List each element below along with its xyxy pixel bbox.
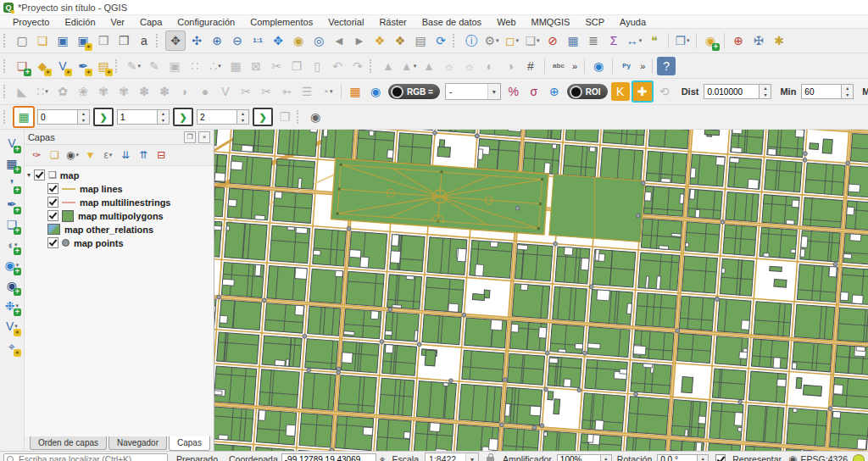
crs-value[interactable]: EPSG:4326 bbox=[801, 454, 848, 461]
menu-scp[interactable]: SCP bbox=[577, 17, 612, 27]
tab-capas[interactable]: Capas bbox=[169, 436, 210, 451]
add-group[interactable]: ❏ bbox=[47, 147, 63, 164]
menu-base-de-datos[interactable]: Base de datos bbox=[415, 17, 489, 27]
layer-checkbox[interactable] bbox=[47, 197, 58, 208]
open-layer-styling[interactable]: ✑ bbox=[29, 147, 45, 164]
menu-ayuda[interactable]: Ayuda bbox=[612, 17, 654, 27]
python-console[interactable]: Py bbox=[617, 57, 636, 75]
add-postgis-layer[interactable]: ◖+▾ bbox=[3, 236, 21, 254]
band-3-input[interactable] bbox=[197, 109, 236, 125]
scp-rgb-preview[interactable]: ◉ bbox=[366, 82, 385, 101]
layer-row[interactable]: map multilinestrings bbox=[25, 196, 214, 208]
data-source-manager[interactable]: ❏+ bbox=[13, 57, 31, 75]
collapse-all[interactable]: ⇈ bbox=[136, 147, 152, 164]
menu-vectorial[interactable]: Vectorial bbox=[320, 17, 371, 27]
scp-band-set[interactable]: ▦ bbox=[346, 82, 364, 101]
refresh-map[interactable]: ⟳ bbox=[431, 31, 450, 50]
label-toolbar-overflow[interactable]: » bbox=[572, 61, 577, 71]
min-arrows[interactable]: ▴▾ bbox=[841, 84, 854, 99]
new-project[interactable]: ▢ bbox=[13, 31, 31, 50]
menu-complementos[interactable]: Complementos bbox=[242, 17, 320, 27]
locator-input[interactable] bbox=[17, 454, 164, 461]
coordinate-input[interactable] bbox=[281, 453, 376, 461]
layer-row[interactable]: map other_relations bbox=[25, 223, 214, 236]
band-3-apply[interactable]: ❯ bbox=[253, 108, 273, 126]
layer-checkbox[interactable] bbox=[47, 237, 58, 248]
scp-band-combination[interactable]: ▦ bbox=[13, 106, 35, 128]
map-canvas[interactable] bbox=[214, 130, 868, 451]
add-wms-layer[interactable]: ◉+▾ bbox=[3, 256, 21, 275]
filter-by-expression[interactable]: ε▾ bbox=[100, 147, 116, 164]
scale-combo[interactable]: 1:8422 ▾ bbox=[425, 453, 479, 461]
statistical-summary[interactable]: Σ bbox=[604, 31, 623, 50]
zoom-out[interactable]: ⊖ bbox=[228, 31, 247, 50]
extents-icon[interactable]: ⌖ bbox=[380, 453, 386, 461]
new-spatialite-layer[interactable]: ✒✶ bbox=[74, 57, 92, 75]
scp-sigma-stretch[interactable]: σ bbox=[525, 82, 543, 101]
zoom-last[interactable]: ◄ bbox=[330, 31, 348, 50]
style-manager[interactable]: a bbox=[135, 31, 153, 50]
magnifier-arrows[interactable]: ▴▾ bbox=[600, 454, 612, 461]
band-1-input[interactable] bbox=[37, 109, 77, 125]
check-geometries[interactable]: ✱ bbox=[770, 31, 788, 50]
layer-group-row[interactable]: ▾❏map bbox=[25, 169, 214, 181]
georeferencer[interactable]: # bbox=[521, 57, 540, 75]
undock-panel[interactable]: ❐ bbox=[184, 131, 196, 143]
group-expander-icon[interactable]: ▾ bbox=[25, 171, 33, 179]
select-by-value[interactable]: ❏▾ bbox=[523, 31, 542, 50]
magnifier-input[interactable] bbox=[557, 454, 600, 461]
expand-all[interactable]: ⇊ bbox=[118, 147, 134, 164]
label-toolbar[interactable]: abc bbox=[549, 57, 568, 75]
remove-layer[interactable]: ⊟ bbox=[153, 147, 170, 164]
deselect-all[interactable]: ⊘ bbox=[543, 31, 562, 50]
add-virtual-layer[interactable]: ❏+ bbox=[3, 215, 21, 234]
layer-row[interactable]: map lines bbox=[25, 182, 214, 195]
new-print-layout[interactable]: ❒ bbox=[94, 31, 113, 50]
select-features[interactable]: ◻▾ bbox=[503, 31, 521, 50]
zoom-to-selection[interactable]: ◎ bbox=[309, 31, 328, 50]
filter-legend[interactable]: ▼ bbox=[82, 147, 98, 164]
add-vector-tile-layer[interactable]: V✶▾ bbox=[3, 317, 21, 336]
messages-icon[interactable] bbox=[853, 454, 865, 461]
identify-features[interactable]: ⓘ bbox=[462, 31, 481, 50]
band-2-input[interactable] bbox=[117, 109, 157, 125]
dropdown-arrow-icon[interactable]: ▾ bbox=[465, 453, 478, 461]
band-2-apply[interactable]: ❯ bbox=[173, 108, 193, 126]
decoration-tools[interactable]: ✠ bbox=[749, 31, 768, 50]
add-delimited-text-layer[interactable]: ❜+ bbox=[3, 175, 21, 193]
new-geopackage-layer[interactable]: ◆✶ bbox=[33, 57, 52, 75]
map-tips[interactable]: ❝ bbox=[645, 31, 664, 50]
field-calculator[interactable]: ≣ bbox=[584, 31, 603, 50]
bookmark-manager[interactable]: ▤ bbox=[411, 31, 430, 50]
menu-r-ster[interactable]: Ráster bbox=[371, 17, 414, 27]
add-arcgis-rest-layer[interactable]: ⌖✶ bbox=[3, 337, 21, 356]
manage-map-themes[interactable]: ◉▾ bbox=[64, 147, 81, 164]
min-input[interactable] bbox=[801, 84, 841, 99]
new-spatial-bookmark[interactable]: ❖ bbox=[370, 31, 389, 50]
layer-row[interactable]: map multipolygons bbox=[25, 209, 214, 222]
menu-ver[interactable]: Ver bbox=[103, 17, 133, 27]
zoom-in[interactable]: ⊕ bbox=[208, 31, 226, 50]
open-attribute-table[interactable]: ▦ bbox=[564, 31, 582, 50]
add-raster-layer[interactable]: ▦+ bbox=[3, 154, 21, 173]
lock-scale-icon[interactable] bbox=[487, 457, 494, 461]
dropdown-arrow-icon[interactable]: ▾ bbox=[487, 84, 500, 99]
zoom-next[interactable]: ► bbox=[350, 31, 369, 50]
band-1-arrows[interactable]: ▴▾ bbox=[77, 109, 90, 125]
locator-search[interactable] bbox=[3, 453, 168, 461]
plugins-overflow[interactable]: » bbox=[640, 61, 645, 71]
zoom-native-resolution[interactable]: 1:1 bbox=[248, 31, 267, 50]
new-shapefile-layer[interactable]: V✶ bbox=[53, 57, 72, 75]
scp-sphere-view[interactable]: ◉ bbox=[306, 108, 325, 126]
close-panel[interactable]: × bbox=[198, 131, 210, 143]
menu-proyecto[interactable]: Proyecto bbox=[5, 17, 57, 27]
pan-map[interactable]: ✥ bbox=[165, 31, 186, 51]
add-wcs-layer[interactable]: ◉+ bbox=[3, 276, 21, 295]
rgb-band-combo[interactable]: -▾ bbox=[445, 83, 501, 100]
tab-navegador[interactable]: Navegador bbox=[108, 436, 167, 450]
new-map-view[interactable]: ❐▾ bbox=[673, 31, 692, 50]
layer-checkbox[interactable] bbox=[47, 183, 58, 194]
band-3-arrows[interactable]: ▴▾ bbox=[236, 109, 249, 125]
show-layout-manager[interactable]: ❒ bbox=[114, 31, 133, 50]
scp-spectral-plot[interactable]: K bbox=[611, 82, 630, 101]
